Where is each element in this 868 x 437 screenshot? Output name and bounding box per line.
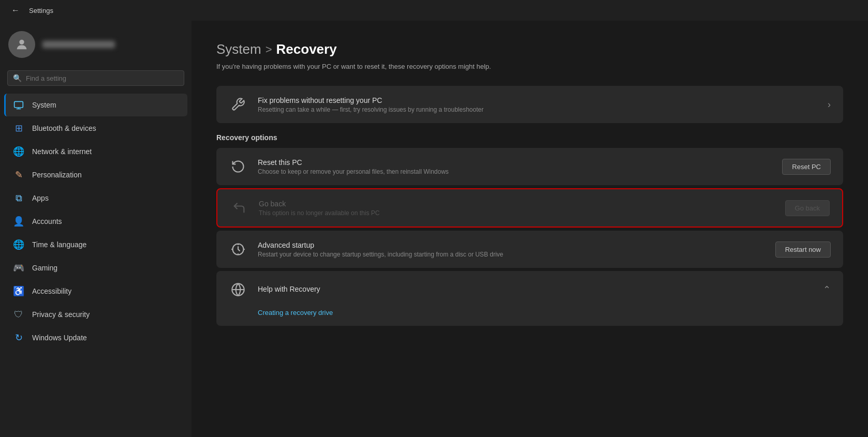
bluetooth-icon: ⊞	[12, 122, 25, 134]
fix-chevron-icon: ›	[828, 99, 831, 110]
go-back-title: Go back	[259, 200, 775, 208]
sidebar-item-system[interactable]: System	[4, 94, 187, 116]
help-title: Help with Recovery	[258, 285, 813, 293]
sidebar-item-bluetooth-label: Bluetooth & devices	[32, 124, 96, 132]
user-name	[42, 41, 115, 48]
sidebar-item-system-label: System	[32, 101, 56, 109]
sidebar-item-network[interactable]: 🌐 Network & internet	[4, 140, 187, 163]
advanced-startup-icon	[229, 240, 247, 259]
breadcrumb-separator: >	[266, 43, 272, 56]
advanced-startup-title: Advanced startup	[258, 241, 765, 249]
breadcrumb: System > Recovery	[216, 41, 843, 57]
go-back-button[interactable]: Go back	[785, 200, 830, 216]
help-section: Help with Recovery ⌃ Creating a recovery…	[216, 271, 843, 326]
avatar	[8, 31, 35, 58]
sidebar-item-network-label: Network & internet	[32, 147, 92, 156]
go-back-desc: This option is no longer available on th…	[259, 209, 775, 217]
sidebar-item-privacy-label: Privacy & security	[32, 310, 90, 319]
sidebar-item-update[interactable]: ↻ Windows Update	[4, 326, 187, 349]
sidebar-item-time-label: Time & language	[32, 240, 86, 249]
back-button[interactable]: ←	[8, 3, 23, 18]
fix-text: Fix problems without resetting your PC R…	[258, 96, 483, 113]
sidebar-item-update-label: Windows Update	[32, 334, 87, 342]
help-title-text: Help with Recovery	[258, 285, 813, 295]
breadcrumb-current: Recovery	[276, 41, 337, 57]
go-back-text: Go back This option is no longer availab…	[259, 200, 775, 217]
network-icon: 🌐	[12, 145, 25, 158]
personalization-icon: ✎	[12, 169, 25, 181]
reset-pc-card: Reset this PC Choose to keep or remove y…	[216, 148, 843, 185]
sidebar-item-personalization[interactable]: ✎ Personalization	[4, 163, 187, 186]
search-input[interactable]	[26, 74, 179, 82]
accessibility-icon: ♿	[12, 285, 25, 297]
sidebar-item-accessibility[interactable]: ♿ Accessibility	[4, 280, 187, 303]
fix-desc: Resetting can take a while — first, try …	[258, 106, 483, 113]
advanced-startup-desc: Restart your device to change startup se…	[258, 251, 765, 258]
sidebar-item-apps[interactable]: ⧉ Apps	[4, 187, 187, 209]
sidebar-item-gaming-label: Gaming	[32, 264, 57, 272]
search-icon: 🔍	[13, 74, 22, 82]
accounts-icon: 👤	[12, 215, 25, 228]
sidebar-item-apps-label: Apps	[32, 194, 49, 202]
recovery-drive-link[interactable]: Creating a recovery drive	[258, 309, 333, 317]
reset-desc: Choose to keep or remove your personal f…	[258, 168, 772, 175]
time-icon: 🌐	[12, 238, 25, 251]
gaming-icon: 🎮	[12, 262, 25, 274]
reset-text: Reset this PC Choose to keep or remove y…	[258, 158, 772, 175]
go-back-icon	[230, 199, 248, 217]
sidebar-item-privacy[interactable]: 🛡 Privacy & security	[4, 303, 187, 326]
sidebar-item-bluetooth[interactable]: ⊞ Bluetooth & devices	[4, 117, 187, 140]
section-label: Recovery options	[216, 133, 843, 142]
svg-rect-1	[14, 101, 23, 108]
reset-title: Reset this PC	[258, 158, 772, 167]
help-body: Creating a recovery drive	[216, 308, 843, 326]
update-icon: ↻	[12, 331, 25, 344]
sidebar-item-gaming[interactable]: 🎮 Gaming	[4, 257, 187, 279]
fix-icon	[229, 95, 247, 114]
fix-title: Fix problems without resetting your PC	[258, 96, 483, 104]
reset-icon	[229, 157, 247, 176]
help-icon	[229, 280, 247, 299]
advanced-startup-text: Advanced startup Restart your device to …	[258, 241, 765, 258]
user-profile	[0, 21, 192, 66]
sidebar-nav: System ⊞ Bluetooth & devices 🌐 Network &…	[0, 93, 192, 350]
page-subtitle: If you're having problems with your PC o…	[216, 63, 843, 70]
svg-point-0	[19, 40, 24, 44]
sidebar-item-accounts-label: Accounts	[32, 217, 62, 225]
main-content: System > Recovery If you're having probl…	[192, 21, 868, 437]
breadcrumb-parent: System	[216, 41, 261, 57]
sidebar-item-accessibility-label: Accessibility	[32, 287, 71, 295]
help-header[interactable]: Help with Recovery ⌃	[216, 271, 843, 308]
app-body: 🔍 System ⊞ Bluetooth & devices 🌐 Network…	[0, 21, 868, 437]
apps-icon: ⧉	[12, 192, 25, 204]
svg-rect-2	[17, 109, 21, 110]
reset-pc-button[interactable]: Reset PC	[782, 159, 831, 175]
system-icon	[12, 99, 25, 111]
search-box[interactable]: 🔍	[7, 70, 184, 86]
privacy-icon: 🛡	[12, 308, 25, 321]
sidebar: 🔍 System ⊞ Bluetooth & devices 🌐 Network…	[0, 21, 192, 437]
advanced-startup-card: Advanced startup Restart your device to …	[216, 231, 843, 268]
restart-now-button[interactable]: Restart now	[775, 242, 831, 258]
sidebar-item-time[interactable]: 🌐 Time & language	[4, 233, 187, 256]
sidebar-item-personalization-label: Personalization	[32, 171, 82, 179]
title-bar: ← Settings	[0, 0, 868, 21]
app-title: Settings	[29, 7, 53, 14]
sidebar-item-accounts[interactable]: 👤 Accounts	[4, 210, 187, 233]
fix-problems-card[interactable]: Fix problems without resetting your PC R…	[216, 86, 843, 123]
go-back-card: Go back This option is no longer availab…	[216, 188, 843, 228]
help-chevron-icon: ⌃	[823, 284, 831, 295]
user-icon	[14, 37, 29, 52]
